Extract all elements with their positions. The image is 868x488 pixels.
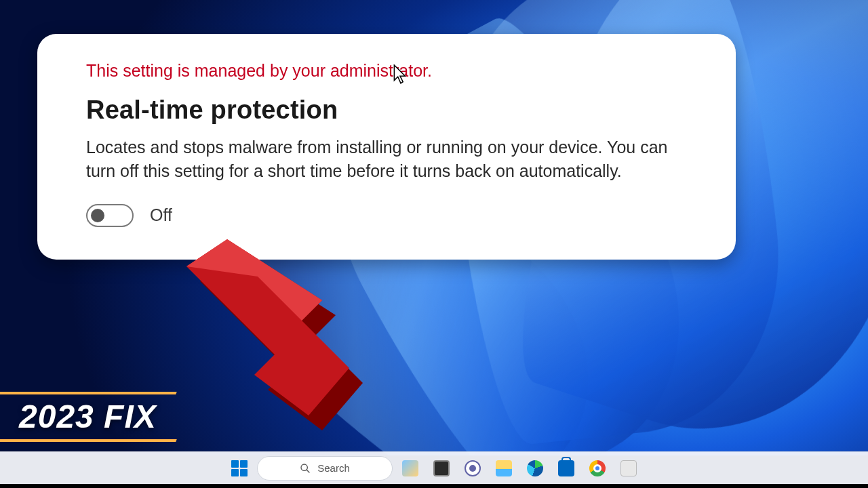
start-button[interactable] (226, 455, 253, 482)
edge-icon (527, 460, 543, 476)
realtime-protection-toggle[interactable] (86, 204, 134, 227)
taskbar-search-placeholder: Search (317, 462, 350, 474)
thumbnail-caption: 2023 FIX (19, 398, 157, 435)
setting-description: Locates and stops malware from installin… (86, 136, 696, 184)
widgets-icon (402, 460, 418, 476)
taskbar-search[interactable]: Search (257, 456, 393, 481)
file-explorer-icon (496, 460, 512, 476)
taskbar-chat[interactable] (459, 455, 486, 482)
windows-logo-icon (231, 460, 248, 476)
admin-managed-message: This setting is managed by your administ… (86, 60, 701, 82)
taskbar-app[interactable] (615, 455, 642, 482)
taskbar-task-view[interactable] (428, 455, 455, 482)
realtime-protection-card: This setting is managed by your administ… (37, 34, 736, 260)
store-icon (558, 460, 574, 476)
taskbar-edge[interactable] (521, 455, 549, 482)
taskbar-widgets[interactable] (397, 455, 424, 482)
toggle-state-label: Off (150, 205, 172, 225)
task-view-icon (433, 460, 450, 476)
toggle-knob (91, 209, 104, 222)
search-icon (300, 463, 311, 474)
chrome-icon (589, 460, 606, 476)
toggle-row: Off (86, 204, 701, 227)
taskbar: Search (0, 451, 868, 484)
taskbar-store[interactable] (553, 455, 580, 482)
taskbar-file-explorer[interactable] (490, 455, 517, 482)
letterbox-bottom (0, 484, 868, 488)
taskbar-chrome[interactable] (584, 455, 611, 482)
setting-title: Real-time protection (86, 96, 701, 125)
chat-icon (465, 460, 481, 476)
app-icon (620, 460, 637, 476)
svg-line-4 (307, 470, 309, 472)
